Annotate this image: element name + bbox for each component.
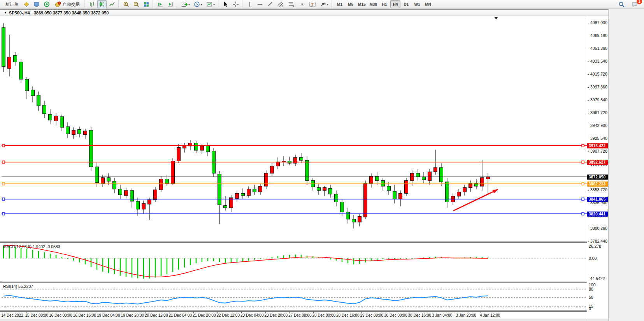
notifications-button[interactable]: 1 (630, 0, 640, 8)
timeframe-button-d1[interactable]: D1 (401, 0, 411, 8)
time-axis[interactable] (0, 312, 608, 319)
timeframe-button-m1[interactable]: M1 (335, 0, 345, 8)
auto-scroll-icon[interactable] (156, 0, 165, 8)
candlestick-chart-icon[interactable] (97, 0, 107, 8)
notification-badge: 1 (637, 0, 642, 4)
market-watch-icon[interactable] (22, 0, 31, 8)
toolbar-group-scroll (153, 0, 177, 9)
toolbar-group-timeframes: M1M5M15M30H1H4D1W1MN (332, 0, 435, 9)
timeframe-button-h4[interactable]: H4 (390, 0, 400, 8)
rsi-chart[interactable] (2, 283, 587, 310)
periods-dropdown-arrow[interactable]: ▾ (201, 3, 202, 6)
templates-dropdown-arrow[interactable]: ▾ (213, 3, 215, 6)
text-icon[interactable]: A (297, 0, 307, 8)
templates-icon[interactable]: ▾ (205, 0, 216, 8)
cursor-icon[interactable] (221, 0, 230, 8)
periods-icon[interactable]: ▾ (192, 0, 204, 8)
svg-text:E: E (282, 5, 284, 7)
indicators-icon[interactable]: ▾ (180, 0, 191, 8)
svg-text:A: A (300, 2, 304, 7)
bar-chart-icon[interactable] (87, 0, 97, 8)
toolbar-group-insert: ▾ ▾ ▾ (177, 0, 218, 9)
svg-text:F: F (293, 5, 294, 8)
auto-trading-icon (55, 1, 61, 7)
signal-icon[interactable] (42, 0, 51, 8)
fibonacci-icon[interactable]: F (286, 0, 297, 8)
crosshair-icon[interactable] (231, 0, 240, 8)
toolbar-right: 1 (616, 0, 644, 8)
main-toolbar: 新订单 自动交易 (0, 0, 644, 9)
toolbar-group-trading: 新订单 自动交易 (0, 0, 84, 9)
equidistant-channel-icon[interactable]: E (275, 0, 286, 8)
svg-text:T: T (311, 2, 314, 7)
line-chart-icon[interactable] (107, 0, 117, 8)
rsi-label: RSI(14) 55.2207 (3, 284, 33, 289)
timeframe-button-m15[interactable]: M15 (356, 0, 367, 8)
vertical-line-icon[interactable] (245, 0, 254, 8)
trendline-icon[interactable] (265, 0, 275, 8)
search-icon[interactable] (617, 0, 626, 8)
new-order-label: 新订单 (5, 2, 18, 7)
indicators-dropdown-arrow[interactable]: ▾ (188, 3, 190, 6)
toolbar-group-cursor (218, 0, 242, 9)
candlestick-chart[interactable] (2, 16, 587, 242)
tile-windows-icon[interactable] (142, 0, 151, 8)
zoom-in-icon[interactable] (121, 0, 131, 8)
text-label-icon[interactable]: T (307, 0, 318, 8)
auto-trading-button[interactable]: 自动交易 (52, 0, 82, 8)
new-order-button[interactable]: 新订单 (3, 0, 21, 8)
toolbar-group-zoom (118, 0, 153, 9)
timeframe-button-m30[interactable]: M30 (368, 0, 379, 8)
arrows-tool-icon[interactable]: ▾ (318, 0, 330, 8)
timeframe-button-h1[interactable]: H1 (379, 0, 390, 8)
toolbar-group-chart-type (84, 0, 118, 9)
macd-label: MACD(12,26,9) 1.9402 -0.0583 (3, 244, 60, 249)
timeframe-button-m5[interactable]: M5 (346, 0, 356, 8)
timeframe-button-mn[interactable]: MN (423, 0, 433, 8)
workspace-gutter (608, 9, 644, 321)
horizontal-line-icon[interactable] (255, 0, 265, 8)
price-axis[interactable] (587, 16, 608, 319)
window-bottom-border (0, 319, 644, 321)
chart-shift-icon[interactable] (166, 0, 175, 8)
timeframe-button-w1[interactable]: W1 (412, 0, 422, 8)
terminal-icon[interactable] (32, 0, 41, 8)
chart-titlebar[interactable]: ▼ SP500-,H4 3869.050 3877.350 3848.350 3… (0, 9, 608, 16)
chart-title-symbol: SP500-,H4 (9, 11, 30, 15)
symbol-collapse-icon[interactable]: ▼ (4, 11, 7, 14)
arrows-dropdown-arrow[interactable]: ▾ (327, 3, 328, 6)
auto-trading-label: 自动交易 (63, 2, 80, 7)
zoom-out-icon[interactable] (132, 0, 141, 8)
chart-title-ohlc: 3869.050 3877.350 3848.350 3872.050 (34, 11, 109, 15)
macd-chart[interactable] (2, 243, 587, 281)
toolbar-group-objects: E F A T ▾ (242, 0, 332, 9)
